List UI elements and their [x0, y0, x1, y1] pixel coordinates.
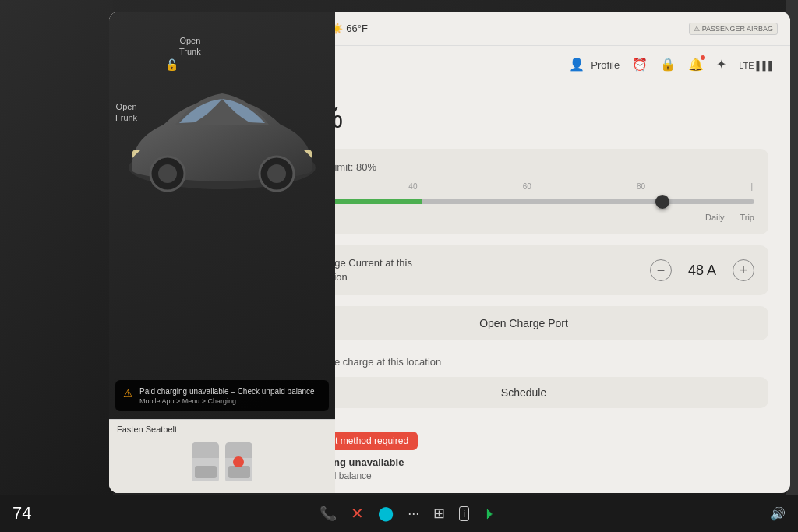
seat-panel: Fasten Seatbelt — [109, 419, 335, 493]
trip-label: Trip — [740, 213, 754, 222]
charge-current-value: 48 A — [683, 262, 722, 279]
info-icon[interactable]: i — [459, 506, 469, 521]
car-svg — [117, 83, 327, 206]
header-bluetooth-button[interactable]: ✦ — [716, 57, 726, 72]
window-icon[interactable]: ⊞ — [433, 505, 445, 522]
lock-header-icon: 🔒 — [660, 58, 676, 71]
tick-80: 80 — [637, 182, 645, 191]
airbag-label: PASSENGER AIRBAG — [702, 25, 773, 33]
tick-60: 60 — [523, 182, 531, 191]
airbag-icon: ⚠ — [694, 25, 700, 33]
slider-ticks: 20 40 60 80 | — [293, 182, 754, 191]
header-signal-button[interactable]: LTE ▌▌▌ — [739, 58, 775, 72]
svg-point-4 — [267, 164, 286, 183]
content-area: ⊟ Controls 🚗 Dynamics ⚡ Charging ◎ Autop… — [109, 83, 790, 493]
header-icons: 👤 Profile ⏰ 🔒 🔔 ✦ — [569, 57, 775, 72]
notification-dot — [701, 55, 705, 60]
warning-bar: ⚠ Paid charging unavailable – Check unpa… — [115, 380, 329, 411]
charge-limit-slider-wrapper[interactable] — [293, 194, 754, 210]
open-charge-port-button[interactable]: Open Charge Port — [279, 306, 768, 340]
main-area: 🔍 👤 Profile ⏰ 🔒 🔔 — [109, 46, 790, 493]
main-panel: 20 % Charge Limit: 80% 20 40 60 80 | — [257, 83, 790, 493]
daily-label: Daily — [705, 213, 724, 222]
decrease-current-button[interactable]: − — [650, 259, 672, 281]
charge-current-control: − 48 A + — [650, 259, 754, 281]
charge-limit-title: Charge Limit: 80% — [293, 161, 754, 173]
open-charge-port-label: Open Charge Port — [479, 317, 568, 329]
weather-section: ☀️ 66°F — [330, 23, 368, 34]
x-mark-icon[interactable]: ✕ — [351, 504, 364, 523]
warning-content: Paid charging unavailable – Check unpaid… — [139, 386, 315, 405]
header-profile-icon: 👤 — [569, 58, 584, 71]
seat-alert-dot — [233, 456, 244, 467]
daily-trip-labels: Daily Trip — [293, 213, 754, 222]
tick-100: | — [750, 182, 753, 191]
header-lock-button[interactable]: 🔒 — [660, 57, 676, 72]
payment-error-section: ⊘ Payment method required Paid charging … — [279, 432, 768, 481]
increase-current-button[interactable]: + — [733, 259, 754, 281]
charge-percent-display: 20 % — [279, 102, 768, 135]
seat-1 — [192, 442, 219, 481]
signal-icon: LTE ▌▌▌ — [739, 61, 775, 70]
dots-icon[interactable]: ··· — [408, 506, 419, 522]
schedule-title: ⏰ Schedule charge at this location — [279, 356, 768, 368]
fasten-seatbelt-label: Fasten Seatbelt — [109, 420, 335, 439]
car-image — [117, 83, 323, 261]
airbag-badge: ⚠ PASSENGER AIRBAG — [689, 23, 778, 35]
seat-back-2 — [225, 442, 252, 458]
header-profile-button[interactable]: 👤 Profile — [569, 57, 620, 72]
spotify-icon[interactable]: ⏵ — [483, 506, 497, 522]
screen-bezel: 20 % 🔒 👤 Profile ⚙ ⏰ 1:20 pm ☀️ 6 — [109, 12, 790, 493]
minus-icon: − — [657, 263, 666, 277]
warning-main-text: Paid charging unavailable – Check unpaid… — [139, 386, 315, 397]
status-bar-right: ⚠ PASSENGER AIRBAG — [689, 23, 778, 35]
outside-left-panel — [0, 0, 113, 495]
check-unpaid-text: Check unpaid balance — [279, 470, 768, 481]
warning-sub-text: Mobile App > Menu > Charging — [139, 397, 315, 405]
circle-dot-icon[interactable]: ⬤ — [378, 505, 394, 522]
seat-diagram — [109, 439, 335, 485]
seat-bottom-1 — [195, 466, 217, 478]
schedule-section: ⏰ Schedule charge at this location Sched… — [279, 356, 768, 419]
tick-40: 40 — [408, 182, 417, 191]
volume-icon[interactable]: 🔊 — [770, 506, 786, 521]
schedule-btn-label: Schedule — [501, 386, 546, 399]
phone-icon[interactable]: 📞 — [320, 505, 337, 522]
car-panel: Open Trunk Open Frunk 🔓 ⚡ — [109, 83, 335, 493]
temperature-display: 66°F — [346, 23, 368, 34]
header-alarm-button[interactable]: ⏰ — [632, 57, 648, 72]
seat-back-1 — [192, 442, 219, 458]
bluetooth-icon: ✦ — [716, 58, 726, 71]
charge-limit-card: Charge Limit: 80% 20 40 60 80 | — [279, 149, 768, 234]
taskbar: 74 📞 ✕ ⬤ ··· ⊞ i ⏵ 🔊 — [0, 495, 798, 532]
taskbar-temp: 74 — [12, 503, 31, 523]
plus-icon: + — [740, 263, 748, 277]
alarm-icon: ⏰ — [632, 58, 648, 71]
warning-icon: ⚠ — [123, 387, 133, 400]
header-bell-button[interactable]: 🔔 — [688, 57, 704, 72]
taskbar-icons: 📞 ✕ ⬤ ··· ⊞ i ⏵ — [47, 504, 770, 523]
screen-content: 20 % 🔒 👤 Profile ⚙ ⏰ 1:20 pm ☀️ 6 — [109, 12, 790, 493]
seat-bottom-2 — [228, 466, 250, 478]
seat-2 — [225, 442, 252, 481]
paid-charging-unavailable-text: Paid charging unavailable — [279, 456, 768, 468]
charge-current-card: 🔌 Charge Current at this location − 48 A… — [279, 245, 768, 295]
svg-point-2 — [158, 164, 177, 183]
header-profile-label: Profile — [591, 59, 620, 71]
schedule-button[interactable]: Schedule — [279, 377, 768, 408]
